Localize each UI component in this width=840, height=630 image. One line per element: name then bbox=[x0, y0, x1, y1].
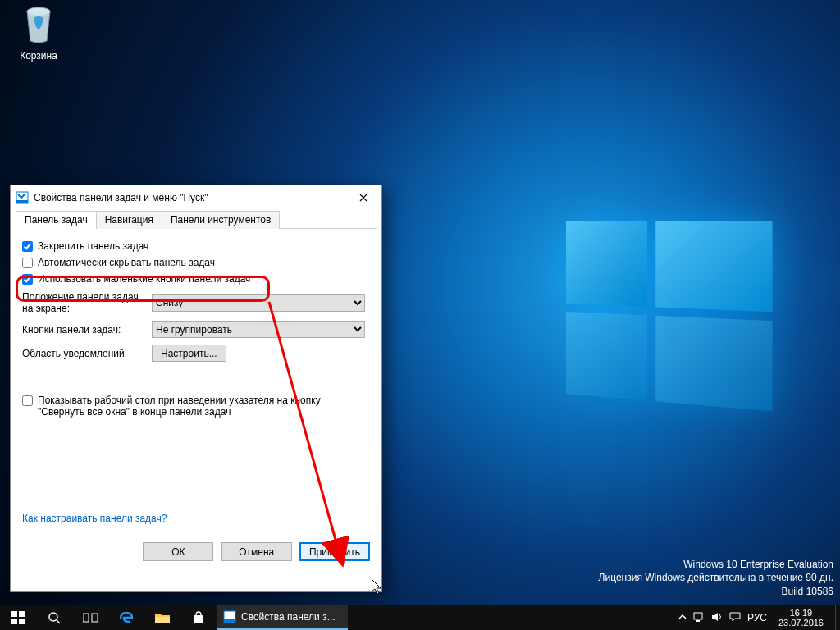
network-icon[interactable] bbox=[693, 612, 705, 624]
svg-point-8 bbox=[49, 613, 57, 621]
recycle-bin-desktop-icon[interactable]: Корзина bbox=[10, 5, 67, 62]
checkbox-autohide[interactable]: Автоматически скрывать панель задач bbox=[22, 257, 370, 268]
folder-icon bbox=[155, 612, 170, 623]
windows-watermark: Windows 10 Enterprise Evaluation Лицензи… bbox=[599, 558, 833, 599]
svg-rect-4 bbox=[11, 611, 17, 617]
svg-rect-5 bbox=[19, 611, 25, 617]
combine-label: Кнопки панели задач: bbox=[22, 324, 152, 336]
position-select[interactable]: Снизу bbox=[152, 294, 365, 312]
recycle-bin-icon bbox=[22, 5, 55, 44]
store-icon bbox=[192, 611, 205, 624]
svg-rect-14 bbox=[224, 619, 235, 623]
ok-button[interactable]: ОК bbox=[143, 542, 213, 561]
search-button[interactable] bbox=[36, 605, 72, 630]
start-button[interactable] bbox=[0, 605, 36, 630]
position-label: Положение панели задач на экране: bbox=[22, 291, 152, 314]
svg-rect-12 bbox=[155, 617, 170, 623]
volume-icon[interactable] bbox=[711, 612, 723, 624]
checkbox-autohide-input[interactable] bbox=[22, 258, 33, 268]
tray-chevron-icon[interactable] bbox=[678, 612, 687, 623]
taskbar-properties-dialog: Свойства панели задач и меню "Пуск" Пане… bbox=[10, 185, 382, 592]
checkbox-peek[interactable]: Показывать рабочий стол при наведении ук… bbox=[22, 395, 350, 418]
svg-rect-6 bbox=[11, 619, 17, 624]
task-view-button[interactable] bbox=[72, 605, 108, 630]
recycle-bin-label: Корзина bbox=[10, 50, 67, 62]
close-button[interactable] bbox=[345, 185, 381, 210]
taskbar-task-properties[interactable]: Свойства панели з... bbox=[217, 605, 348, 630]
desktop[interactable]: Корзина Свойства панели задач и меню "Пу… bbox=[0, 0, 840, 630]
checkbox-small-buttons[interactable]: Использовать маленькие кнопки панели зад… bbox=[22, 273, 370, 285]
edge-icon bbox=[119, 610, 134, 625]
language-indicator[interactable]: РУС bbox=[747, 612, 767, 623]
apply-button[interactable]: Применить bbox=[299, 542, 370, 561]
dialog-tabs: Панель задач Навигация Панели инструмент… bbox=[16, 210, 377, 229]
taskbar: Свойства панели з... РУС 16:19 23.07.201… bbox=[0, 605, 840, 630]
tab-navigation[interactable]: Навигация bbox=[96, 211, 162, 229]
tab-taskbar[interactable]: Панель задач bbox=[16, 211, 97, 229]
dialog-titlebar[interactable]: Свойства панели задач и меню "Пуск" bbox=[11, 185, 381, 210]
edge-browser-button[interactable] bbox=[108, 605, 144, 630]
windows-start-icon bbox=[11, 611, 25, 624]
close-icon bbox=[359, 194, 368, 202]
store-button[interactable] bbox=[180, 605, 217, 630]
combine-select[interactable]: Не группировать bbox=[152, 321, 365, 338]
tab-toolbars[interactable]: Панели инструментов bbox=[162, 211, 280, 229]
help-link[interactable]: Как настраивать панели задач? bbox=[22, 513, 167, 524]
notification-label: Область уведомлений: bbox=[22, 348, 152, 359]
checkbox-lock-input[interactable] bbox=[22, 241, 33, 252]
show-desktop-button[interactable] bbox=[835, 605, 840, 630]
search-icon bbox=[48, 611, 61, 624]
cancel-button[interactable]: Отмена bbox=[221, 542, 292, 561]
checkbox-peek-input[interactable] bbox=[22, 395, 33, 406]
file-explorer-button[interactable] bbox=[144, 605, 180, 630]
svg-rect-2 bbox=[16, 200, 28, 203]
svg-rect-7 bbox=[19, 619, 25, 624]
checkbox-lock-taskbar[interactable]: Закрепить панель задач bbox=[22, 240, 370, 252]
taskbar-properties-icon bbox=[223, 610, 236, 623]
dialog-icon bbox=[16, 191, 29, 204]
dialog-title: Свойства панели задач и меню "Пуск" bbox=[34, 192, 208, 203]
action-center-icon[interactable] bbox=[729, 612, 741, 624]
task-view-icon bbox=[83, 612, 98, 623]
svg-line-9 bbox=[57, 620, 60, 623]
svg-rect-10 bbox=[83, 614, 89, 622]
svg-rect-15 bbox=[694, 613, 702, 619]
svg-rect-11 bbox=[92, 614, 98, 622]
clock[interactable]: 16:19 23.07.2016 bbox=[774, 608, 829, 628]
customize-button[interactable]: Настроить... bbox=[152, 345, 226, 362]
svg-rect-16 bbox=[696, 620, 700, 622]
system-tray: РУС 16:19 23.07.2016 bbox=[672, 605, 835, 630]
checkbox-small-buttons-input[interactable] bbox=[22, 274, 33, 285]
